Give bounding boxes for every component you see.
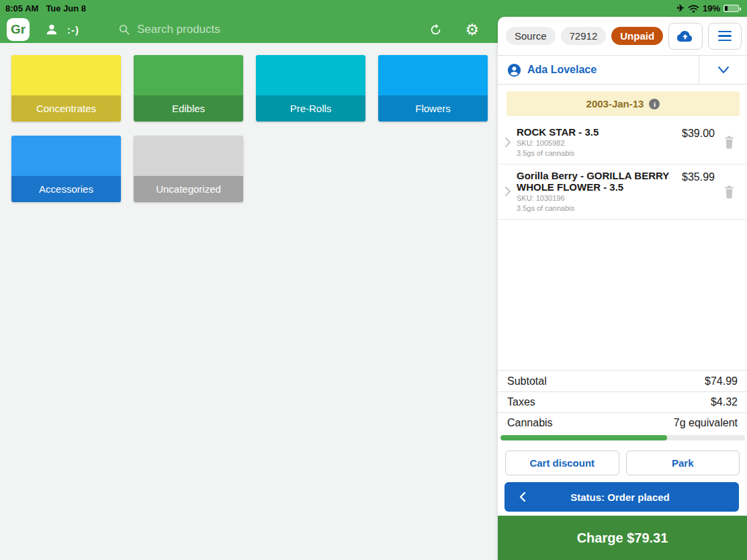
refresh-icon	[429, 24, 442, 36]
category-tile-concentrates[interactable]: Concentrates	[11, 55, 121, 122]
cannabis-limit-progress	[500, 435, 745, 440]
total-label: Subtotal	[507, 375, 547, 387]
tile-color-block	[134, 55, 243, 95]
cart-item-row[interactable]: ROCK STAR - 3.5 SKU: 1005982 3.5gs of ca…	[498, 121, 747, 165]
item-price: $35.99	[673, 170, 715, 183]
cannabis-row: Cannabis 7g equivalent	[498, 412, 747, 433]
category-label: Uncategorized	[134, 176, 243, 202]
birthdate-banner-wrap: 2003-Jan-13 i	[498, 85, 747, 121]
birthdate-banner[interactable]: 2003-Jan-13 i	[507, 91, 740, 116]
item-description: 3.5gs of cannabis	[517, 149, 673, 158]
category-label: Accessories	[11, 176, 121, 202]
customer-button[interactable]: Ada Lovelace	[498, 56, 699, 84]
item-price: $39.00	[673, 126, 715, 140]
customer-name: Ada Lovelace	[527, 64, 597, 76]
ios-status-bar: 8:05 AM Tue Jun 8 ✈ 19%	[0, 0, 747, 16]
item-sku: SKU: 1005982	[517, 139, 673, 148]
user-button[interactable]	[44, 22, 59, 37]
payment-status-badge: Unpaid	[611, 27, 663, 45]
category-tile-uncategorized[interactable]: Uncategorized	[134, 136, 243, 202]
taxes-row: Taxes $4.32	[498, 391, 747, 412]
person-icon	[44, 22, 59, 37]
order-panel: Source 72912 Unpaid Ada Lovelace	[498, 17, 747, 560]
account-circle-icon	[507, 63, 521, 77]
wifi-icon	[688, 4, 699, 13]
category-label: Pre-Rolls	[256, 95, 365, 122]
app-logo[interactable]: Gr	[7, 18, 30, 41]
tile-color-block	[134, 136, 243, 176]
tile-color-block	[378, 55, 488, 95]
order-menu-button[interactable]	[708, 23, 742, 50]
item-name: ROCK STAR - 3.5	[517, 126, 673, 138]
item-description: 3.5gs of cannabis	[517, 204, 673, 213]
chevron-right-icon	[504, 185, 512, 197]
category-grid: Concentrates Edibles Pre-Rolls Flowers A…	[11, 55, 498, 202]
airplane-mode-icon: ✈	[676, 3, 685, 13]
product-category-area: Concentrates Edibles Pre-Rolls Flowers A…	[0, 43, 498, 560]
cart-discount-button[interactable]: Cart discount	[505, 451, 619, 475]
chevron-down-icon	[717, 65, 730, 75]
item-name: Gorilla Berry - GORILLA BERRY WHOLE FLOW…	[517, 170, 673, 193]
category-label: Concentrates	[11, 95, 121, 122]
refresh-button[interactable]	[429, 24, 442, 36]
battery-icon	[723, 5, 739, 12]
app-header: Gr :-) ⚙	[0, 16, 498, 43]
customer-expand-button[interactable]	[699, 56, 747, 84]
category-tile-accessories[interactable]: Accessories	[11, 136, 121, 202]
cloud-upload-icon	[676, 29, 695, 44]
chevron-left-icon	[518, 491, 527, 503]
trash-icon	[723, 185, 736, 199]
category-label: Edibles	[134, 95, 243, 122]
source-pill[interactable]: Source	[506, 27, 556, 45]
search-bar[interactable]	[118, 23, 429, 36]
search-icon	[118, 24, 130, 36]
hamburger-icon	[718, 31, 732, 42]
status-time: 8:05 AM	[5, 3, 38, 13]
status-date: Tue Jun 8	[46, 3, 86, 13]
order-panel-header: Source 72912 Unpaid	[498, 17, 747, 56]
tile-color-block	[11, 136, 121, 176]
chevron-right-icon	[504, 136, 512, 148]
search-input[interactable]	[137, 23, 352, 36]
total-label: Cannabis	[507, 417, 553, 429]
cannabis-progress-fill	[500, 435, 667, 440]
totals-section: Subtotal $74.99 Taxes $4.32 Cannabis 7g …	[498, 370, 747, 433]
tile-color-block	[256, 55, 365, 95]
delete-item-button[interactable]	[723, 185, 736, 199]
order-status-label: Status: Order placed	[527, 492, 713, 503]
sync-cloud-button[interactable]	[668, 23, 702, 50]
trash-icon	[723, 135, 736, 149]
total-value: $74.99	[705, 375, 738, 387]
category-tile-flowers[interactable]: Flowers	[378, 55, 488, 122]
item-sku: SKU: 1030196	[517, 194, 673, 203]
cashier-emoticon[interactable]: :-)	[67, 24, 79, 36]
cart-item-row[interactable]: Gorilla Berry - GORILLA BERRY WHOLE FLOW…	[498, 165, 747, 220]
info-icon: i	[649, 99, 660, 109]
category-tile-pre-rolls[interactable]: Pre-Rolls	[256, 55, 365, 122]
delete-item-button[interactable]	[723, 135, 736, 149]
settings-button[interactable]: ⚙	[465, 22, 479, 38]
cart-items-list: ROCK STAR - 3.5 SKU: 1005982 3.5gs of ca…	[498, 121, 747, 370]
gear-icon: ⚙	[465, 22, 479, 38]
order-number-pill[interactable]: 72912	[561, 27, 607, 45]
tile-color-block	[11, 55, 121, 95]
cart-actions: Cart discount Park	[505, 451, 740, 475]
battery-percent: 19%	[703, 3, 720, 13]
subtotal-row: Subtotal $74.99	[498, 371, 747, 391]
park-button[interactable]: Park	[626, 451, 740, 475]
total-label: Taxes	[507, 396, 535, 408]
category-label: Flowers	[378, 95, 488, 122]
birth-date: 2003-Jan-13	[586, 98, 644, 109]
customer-row: Ada Lovelace	[498, 56, 747, 85]
total-value: 7g equivalent	[674, 417, 738, 429]
charge-button[interactable]: Charge $79.31	[498, 516, 747, 560]
total-value: $4.32	[711, 396, 738, 408]
order-status-button[interactable]: Status: Order placed	[504, 482, 739, 512]
category-tile-edibles[interactable]: Edibles	[134, 55, 243, 122]
